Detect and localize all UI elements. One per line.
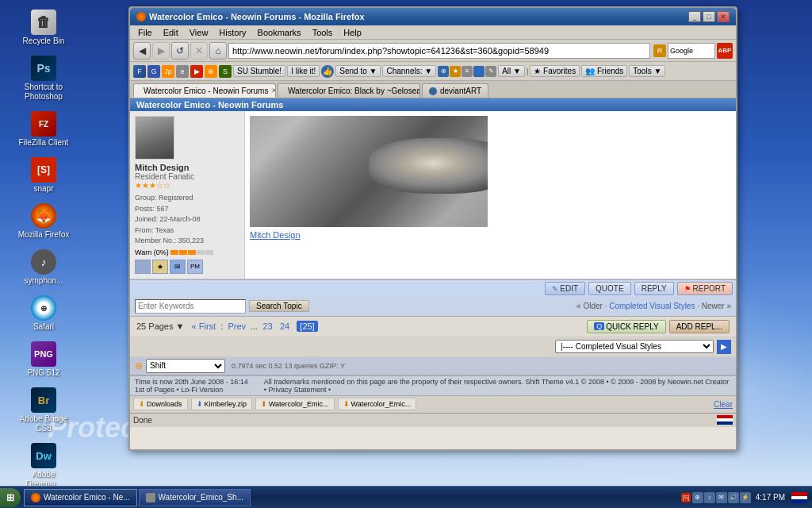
search-topic-button[interactable]: Search Topic (249, 300, 309, 312)
taskbar-item-1[interactable]: Watercolor Emico - Ne... (24, 489, 137, 506)
add-reply-button[interactable]: ADD REPL... (669, 320, 730, 333)
icon-dreamweaver[interactable]: Dw Adobe Dreamw... (12, 440, 75, 492)
ilike-btn[interactable]: I like it! (287, 65, 320, 77)
firefox-title-icon (136, 12, 146, 21)
channels-btn[interactable]: Channels: ▼ (382, 65, 436, 77)
footer-stats: 0.7974 sec 0.52 13 queries GZIP: Y (232, 362, 345, 370)
quote-button[interactable]: QUOTE (588, 282, 631, 295)
quick-reply-button[interactable]: Q QUICK REPLY (587, 320, 666, 333)
home-button[interactable]: ⌂ (209, 42, 227, 60)
post-icon-btn-2[interactable]: ★ (152, 260, 168, 274)
search-input[interactable] (135, 299, 246, 314)
menu-bookmarks[interactable]: Bookmarks (253, 27, 306, 38)
filezilla-icon: FZ (31, 111, 56, 137)
snapr-icon: [S] (31, 157, 56, 183)
tray-icon-2: ♪ (704, 492, 715, 503)
forward-button[interactable]: ▶ (152, 42, 170, 60)
maximize-button[interactable]: □ (703, 11, 715, 22)
adblock-icon[interactable]: ABP (717, 43, 733, 59)
reload-button[interactable]: ↺ (171, 42, 189, 60)
download-item-2[interactable]: ⬇ Kimberley.zip (191, 398, 252, 410)
symphony-icon: ♪ (31, 249, 56, 275)
status-bar: Done (130, 413, 736, 427)
close-button[interactable]: ✕ (717, 11, 730, 22)
menu-history[interactable]: History (214, 27, 251, 38)
icon-safari[interactable]: ⊕ Safari (12, 292, 75, 335)
back-button[interactable]: ◀ (133, 42, 151, 60)
reply-button[interactable]: REPLY (634, 282, 674, 295)
jump-go-button[interactable]: ▶ (717, 340, 731, 354)
taskbar-item-2[interactable]: Watercolor_Emico_Sh... (139, 489, 251, 506)
menu-view[interactable]: View (185, 27, 213, 38)
post-icon-btn-pm[interactable]: PM (187, 260, 203, 274)
status-text: Done (133, 416, 152, 425)
page-23-link[interactable]: 23 (262, 321, 272, 331)
search-bar[interactable]: Google (668, 43, 715, 59)
post-icon-btn-3[interactable]: ✉ (170, 260, 186, 274)
clear-downloads-button[interactable]: Clear (714, 400, 733, 409)
tab-neowin[interactable]: Watercolor Emico - Neowin Forums ✕ (133, 83, 276, 98)
post-image-label[interactable]: Mitch Design (250, 230, 731, 240)
tools-btn[interactable]: Tools ▼ (629, 65, 665, 77)
first-page-link[interactable]: « First (192, 321, 216, 331)
footer-info: Time is now 20th June 2008 - 16:14 1st o… (130, 375, 736, 395)
feed-select[interactable]: Shift (146, 359, 225, 373)
flag-icon (717, 415, 733, 425)
feed-icon: ⊕ (135, 360, 143, 371)
icon-photoshop[interactable]: Ps Shortcut to Photoshop (12, 52, 75, 105)
download-item-1[interactable]: ⬇ Downloads (133, 398, 188, 410)
toolbar-icon-g: G (147, 65, 160, 78)
system-time: 4:17 PM (753, 493, 788, 502)
toolbar-icon-jp: Jp (162, 65, 174, 78)
tray-icon-5: ⚡ (740, 492, 751, 503)
icon-bridge[interactable]: Br Adobe Bridge CS8 (12, 384, 75, 437)
download-item-4[interactable]: ⬇ Watercolor_Emic... (338, 398, 417, 410)
stumble-btn[interactable]: SU Stumble! (233, 65, 285, 77)
menu-tools[interactable]: Tools (308, 27, 338, 38)
feed-row: ⊕ Shift 0.7974 sec 0.52 13 queries GZIP:… (130, 357, 736, 375)
tab-label-3: deviantART (440, 87, 481, 95)
menu-file[interactable]: File (133, 27, 157, 38)
icon-recycle-bin[interactable]: 🗑 Recycle Bin (12, 6, 75, 49)
icon-snapr[interactable]: [S] snapr (12, 154, 75, 197)
stop-button[interactable]: ✕ (190, 42, 208, 60)
menu-help[interactable]: Help (339, 27, 366, 38)
icon-label: Recycle Bin (23, 37, 65, 46)
jump-select[interactable]: |---- Completed Visual Styles (555, 340, 714, 353)
desktop: Protect more of your memories for less! … (0, 0, 812, 508)
tab-label-2: Watercolor Emico: Black by ~Gelosea o... (288, 87, 420, 95)
page-24-link[interactable]: 24 (280, 321, 289, 331)
icon-filezilla[interactable]: FZ FileZilla Client (12, 108, 75, 151)
post-icon-btn-1[interactable] (135, 260, 151, 274)
tab-close-neowin[interactable]: ✕ (271, 87, 276, 94)
bridge-icon: Br (31, 387, 56, 413)
favorites-btn[interactable]: ★ Favorites (530, 65, 580, 77)
icon-label: PNG 512 (27, 368, 59, 378)
tab-deviant2[interactable]: Watercolor Emico: Black by ~Gelosea o... (278, 83, 420, 98)
warn-block-4 (197, 250, 205, 255)
tab-deviantart[interactable]: deviantART (422, 83, 488, 98)
icon-label: Adobe Bridge CS8 (15, 414, 72, 433)
url-input[interactable] (232, 46, 646, 56)
all-btn[interactable]: All ▼ (498, 65, 525, 77)
icon-png[interactable]: PNG PNG 512 (12, 338, 75, 381)
tray-icon-s: [S] (681, 493, 691, 502)
icon-label: Mozilla Firefox (18, 230, 69, 240)
prev-page-link[interactable]: Prev (228, 321, 246, 331)
download-item-3[interactable]: ⬇ Watercolor_Emic... (255, 398, 335, 410)
poster-stars: ★★★☆☆ (135, 181, 239, 190)
sendto-btn[interactable]: Send to ▼ (335, 65, 381, 77)
report-button[interactable]: ⚑ REPORT (677, 282, 733, 295)
icon-firefox[interactable]: 🦊 Mozilla Firefox (12, 200, 75, 243)
menu-edit[interactable]: Edit (159, 27, 183, 38)
completed-visual-styles-link[interactable]: Completed Visual Styles (609, 302, 695, 310)
start-button[interactable]: ⊞ (0, 488, 21, 507)
minimize-button[interactable]: _ (688, 11, 701, 22)
window-controls: _ □ ✕ (688, 11, 730, 22)
edit-button[interactable]: ✎ EDIT (545, 282, 586, 295)
friends-btn[interactable]: 👥 Friends (581, 65, 627, 77)
taskbar-icon-1 (31, 493, 40, 502)
icon-symphony[interactable]: ♪ symphon... (12, 246, 75, 289)
taskbar-items: Watercolor Emico - Ne... Watercolor_Emic… (21, 489, 676, 506)
address-bar[interactable] (228, 43, 650, 59)
